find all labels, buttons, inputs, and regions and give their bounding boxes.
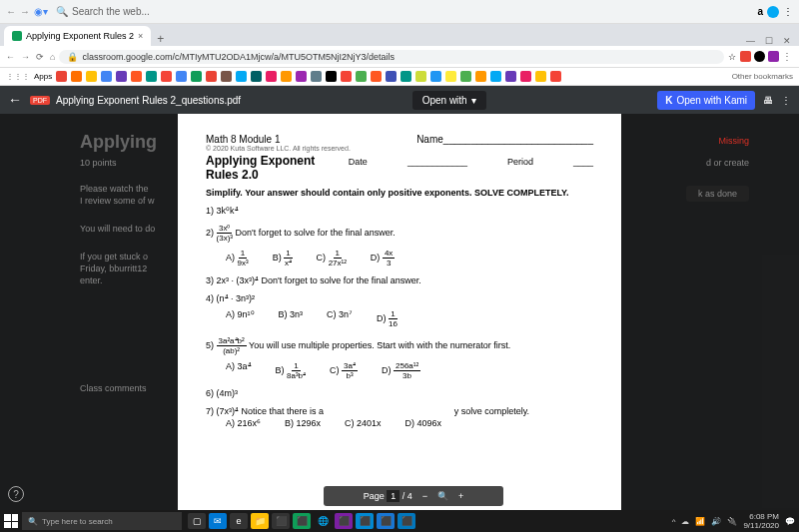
close-icon[interactable]: ×	[138, 31, 143, 41]
bookmark-icon[interactable]	[371, 71, 382, 82]
url-field[interactable]: 🔒 classroom.google.com/c/MTIyMTU2ODA1Mjc…	[59, 50, 724, 64]
bookmark-icon[interactable]	[146, 71, 157, 82]
addr-nav: ← → ⟳ ⌂	[6, 52, 55, 62]
task-icon[interactable]: ⬛	[272, 513, 290, 529]
search-icon: 🔍	[56, 6, 68, 17]
bookmark-icon[interactable]	[236, 71, 247, 82]
profile-letter[interactable]: a	[757, 6, 763, 17]
volume-icon[interactable]: 🔊	[711, 517, 721, 526]
document-page[interactable]: Math 8 Module 1 Name____________________…	[178, 114, 621, 510]
mail-icon[interactable]: ✉	[209, 513, 227, 529]
bookmark-icon[interactable]	[266, 71, 277, 82]
help-icon[interactable]: ?	[8, 486, 24, 502]
browser-tab[interactable]: Applying Exponent Rules 2 ×	[4, 26, 151, 46]
close-window-icon[interactable]: ✕	[783, 36, 791, 46]
task-icon[interactable]: ⬛	[398, 513, 415, 529]
bg-done-button: k as done	[686, 186, 749, 202]
ext-icon[interactable]	[768, 51, 779, 62]
back-arrow-icon[interactable]: ←	[8, 92, 22, 108]
star-icon[interactable]: ☆	[728, 52, 736, 62]
bookmark-icon[interactable]	[445, 71, 456, 82]
apps-label[interactable]: Apps	[34, 72, 52, 81]
minimize-icon[interactable]: —	[746, 36, 755, 46]
print-icon[interactable]: 🖶	[763, 95, 773, 106]
dropdown-icon[interactable]: ◉▾	[34, 6, 48, 17]
bookmark-icon[interactable]	[460, 71, 471, 82]
files-icon[interactable]: 📁	[251, 513, 269, 529]
forward-icon[interactable]: →	[21, 52, 30, 62]
bookmark-icon[interactable]	[520, 71, 531, 82]
bookmark-icon[interactable]	[71, 71, 82, 82]
bookmark-icon[interactable]	[430, 71, 441, 82]
clock[interactable]: 6:08 PM 9/11/2020	[743, 512, 779, 530]
taskbar-apps: ▢ ✉ e 📁 ⬛ ⬛ 🌐 ⬛ ⬛ ⬛ ⬛	[188, 513, 415, 529]
bookmark-icon[interactable]	[86, 71, 97, 82]
more-icon[interactable]: ⋮	[781, 95, 791, 106]
ext-icon[interactable]	[754, 51, 765, 62]
bookmark-icon[interactable]	[56, 71, 67, 82]
task-icon[interactable]: ⬛	[377, 513, 395, 529]
reload-icon[interactable]: ⟳	[36, 52, 44, 62]
bookmark-icon[interactable]	[400, 71, 411, 82]
back-icon[interactable]: ←	[6, 52, 15, 62]
wifi-icon[interactable]: 📶	[695, 517, 705, 526]
bookmark-icon[interactable]	[161, 71, 172, 82]
extension-icon[interactable]	[767, 6, 779, 18]
bookmark-icon[interactable]	[505, 71, 516, 82]
home-icon[interactable]: ⌂	[50, 52, 55, 62]
bookmark-icon[interactable]	[191, 71, 202, 82]
task-view-icon[interactable]: ▢	[188, 513, 206, 529]
zoom-out-icon[interactable]: −	[422, 491, 427, 501]
menu-icon[interactable]: ⋮	[783, 6, 793, 17]
bookmark-icon[interactable]	[176, 71, 187, 82]
bookmark-icon[interactable]	[311, 71, 322, 82]
bookmark-icon[interactable]	[550, 71, 561, 82]
start-button[interactable]	[4, 514, 18, 528]
maximize-icon[interactable]: ☐	[765, 36, 773, 46]
tab-title: Applying Exponent Rules 2	[26, 31, 134, 41]
other-bookmarks[interactable]: Other bookmarks	[732, 72, 793, 81]
bookmark-icon[interactable]	[326, 71, 337, 82]
bookmark-icon[interactable]	[490, 71, 501, 82]
power-icon[interactable]: 🔌	[727, 517, 737, 526]
bookmark-icon[interactable]	[281, 71, 292, 82]
omnibox-search[interactable]: 🔍 Search the web...	[56, 6, 749, 17]
task-icon[interactable]: ⬛	[335, 513, 353, 529]
notification-icon[interactable]: 💬	[785, 517, 795, 526]
bookmark-icon[interactable]	[101, 71, 112, 82]
bookmark-icon[interactable]	[251, 71, 262, 82]
bookmark-icon[interactable]	[296, 71, 307, 82]
bookmark-icon[interactable]	[341, 71, 352, 82]
new-tab-button[interactable]: +	[157, 32, 164, 46]
edge-icon[interactable]: e	[230, 513, 248, 529]
open-with-dropdown[interactable]: Open with ▾	[412, 91, 486, 110]
task-icon[interactable]: ⬛	[293, 513, 311, 529]
doc-instructions: Simplify. Your answer should contain onl…	[206, 188, 593, 198]
bookmark-icon[interactable]	[386, 71, 397, 82]
ext-icon[interactable]	[740, 51, 751, 62]
bookmark-icon[interactable]	[415, 71, 426, 82]
page-input[interactable]: 1	[387, 490, 400, 502]
apps-icon[interactable]: ⋮⋮⋮	[6, 72, 30, 81]
menu-icon[interactable]: ⋮	[782, 51, 793, 62]
chrome-icon[interactable]: 🌐	[314, 513, 332, 529]
bookmark-icon[interactable]	[535, 71, 546, 82]
bookmark-icon[interactable]	[356, 71, 367, 82]
zoom-in-icon[interactable]: +	[458, 491, 463, 501]
tray-chevron-icon[interactable]: ^	[672, 517, 676, 526]
taskbar-search[interactable]: 🔍 Type here to search	[22, 512, 182, 530]
forward-icon[interactable]: →	[20, 6, 30, 17]
problem-3: 3) 2x³ · (3x³)⁴ Don't forget to solve fo…	[206, 275, 593, 285]
bookmark-icon[interactable]	[221, 71, 232, 82]
back-icon[interactable]: ←	[6, 6, 16, 17]
content-area: Applying 10 points Please watch the I re…	[0, 114, 799, 510]
bookmark-icon[interactable]	[131, 71, 142, 82]
zoom-in-icon[interactable]: 🔍	[437, 491, 448, 501]
task-icon[interactable]: ⬛	[356, 513, 374, 529]
problem-2: 2) 3x⁰(3x)³ Don't forget to solve for th…	[206, 224, 593, 267]
bookmark-icon[interactable]	[206, 71, 217, 82]
open-with-kami-button[interactable]: K Open with Kami	[657, 91, 755, 110]
cloud-icon[interactable]: ☁	[681, 517, 689, 526]
bookmark-icon[interactable]	[116, 71, 127, 82]
bookmark-icon[interactable]	[475, 71, 486, 82]
